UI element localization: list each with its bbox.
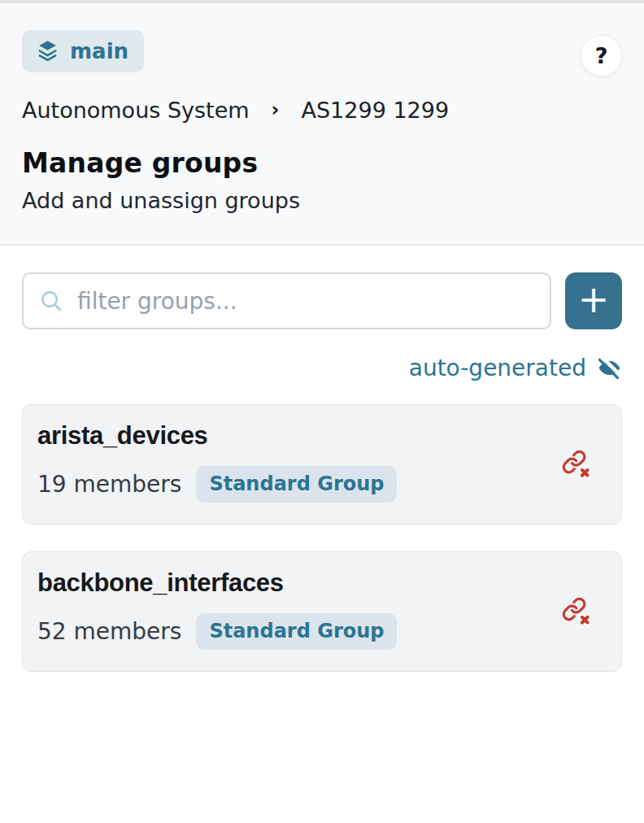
auto-generated-label: auto-generated [409, 355, 586, 381]
chevron-right-icon: › [272, 98, 280, 121]
unlink-icon [561, 596, 591, 626]
group-kind-badge: Standard Group [196, 466, 397, 503]
unassign-group-button[interactable] [558, 446, 594, 482]
group-member-count: 52 members [37, 618, 181, 645]
branch-selector-main[interactable]: main [22, 30, 144, 72]
page-title: Manage groups [22, 147, 622, 179]
auto-generated-toggle[interactable]: auto-generated [409, 355, 622, 381]
branch-label: main [70, 39, 128, 63]
unlink-icon [561, 449, 591, 479]
group-card: arista_devices 19 members Standard Group [22, 404, 622, 525]
auto-generated-row: auto-generated [22, 355, 622, 381]
toolbar: + [22, 272, 622, 329]
group-kind-badge: Standard Group [196, 613, 397, 650]
page-subtitle: Add and unassign groups [22, 188, 622, 213]
page-header: main ? Autonomous System › AS1299 1299 M… [0, 3, 644, 246]
group-member-count: 19 members [37, 471, 181, 498]
breadcrumb: Autonomous System › AS1299 1299 [22, 98, 622, 123]
eye-off-icon [597, 355, 622, 381]
group-card: backbone_interfaces 52 members Standard … [22, 551, 622, 672]
filter-groups-field [22, 272, 551, 329]
help-button[interactable]: ? [581, 35, 622, 76]
group-info: arista_devices 19 members Standard Group [37, 421, 397, 503]
layers-icon [35, 38, 60, 63]
filter-groups-input[interactable] [22, 272, 551, 329]
unassign-group-button[interactable] [558, 593, 594, 629]
plus-icon: + [578, 281, 610, 318]
breadcrumb-item-schema[interactable]: Autonomous System [22, 98, 250, 123]
group-name: arista_devices [37, 421, 397, 451]
content: + auto-generated arista_devices 19 membe… [0, 246, 644, 699]
group-name: backbone_interfaces [37, 568, 397, 598]
add-group-button[interactable]: + [565, 272, 622, 329]
breadcrumb-item-object[interactable]: AS1299 1299 [301, 98, 449, 123]
group-list: arista_devices 19 members Standard Group [22, 404, 622, 672]
group-info: backbone_interfaces 52 members Standard … [37, 568, 397, 650]
